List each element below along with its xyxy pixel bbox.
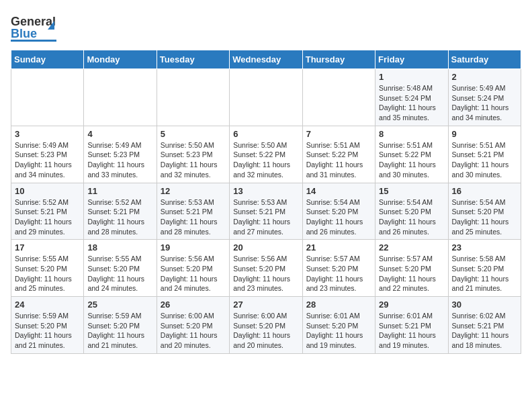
weekday-header-friday: Friday	[375, 50, 448, 69]
calendar-header: SundayMondayTuesdayWednesdayThursdayFrid…	[11, 50, 521, 69]
calendar-cell: 25Sunrise: 5:59 AM Sunset: 5:20 PM Dayli…	[84, 297, 157, 354]
day-info: Sunrise: 5:53 AM Sunset: 5:21 PM Dayligh…	[233, 197, 298, 237]
day-info: Sunrise: 5:57 AM Sunset: 5:20 PM Dayligh…	[379, 254, 444, 293]
weekday-header-tuesday: Tuesday	[157, 50, 229, 69]
calendar-cell: 30Sunrise: 6:02 AM Sunset: 5:21 PM Dayli…	[448, 297, 521, 354]
calendar-cell: 18Sunrise: 5:55 AM Sunset: 5:20 PM Dayli…	[84, 240, 157, 297]
day-number: 27	[233, 300, 298, 310]
calendar-cell: 28Sunrise: 6:01 AM Sunset: 5:20 PM Dayli…	[302, 297, 375, 354]
calendar-week-1: 1Sunrise: 5:48 AM Sunset: 5:24 PM Daylig…	[11, 69, 521, 126]
day-info: Sunrise: 5:52 AM Sunset: 5:21 PM Dayligh…	[15, 197, 80, 237]
calendar-cell	[84, 69, 157, 126]
calendar-cell	[230, 69, 302, 126]
day-number: 18	[87, 242, 152, 253]
day-number: 11	[87, 186, 152, 196]
calendar-cell: 6Sunrise: 5:50 AM Sunset: 5:22 PM Daylig…	[230, 126, 302, 183]
day-info: Sunrise: 5:56 AM Sunset: 5:20 PM Dayligh…	[161, 254, 226, 293]
day-number: 5	[161, 129, 226, 139]
calendar-cell: 3Sunrise: 5:49 AM Sunset: 5:23 PM Daylig…	[11, 126, 84, 183]
calendar-cell: 27Sunrise: 6:00 AM Sunset: 5:20 PM Dayli…	[230, 297, 302, 354]
day-info: Sunrise: 5:49 AM Sunset: 5:23 PM Dayligh…	[15, 140, 80, 180]
day-number: 15	[379, 186, 444, 196]
logo-svg: General Blue	[11, 11, 64, 44]
day-info: Sunrise: 6:01 AM Sunset: 5:21 PM Dayligh…	[379, 311, 444, 351]
day-number: 3	[15, 129, 80, 139]
day-number: 8	[379, 129, 444, 139]
svg-text:Blue: Blue	[11, 27, 37, 40]
day-info: Sunrise: 5:49 AM Sunset: 5:24 PM Dayligh…	[452, 83, 517, 123]
day-number: 17	[15, 242, 80, 253]
weekday-header-monday: Monday	[84, 50, 157, 69]
day-number: 7	[306, 129, 371, 139]
day-number: 26	[161, 300, 226, 310]
calendar-cell: 12Sunrise: 5:53 AM Sunset: 5:21 PM Dayli…	[157, 183, 229, 240]
calendar-cell: 23Sunrise: 5:58 AM Sunset: 5:20 PM Dayli…	[448, 240, 521, 297]
day-info: Sunrise: 6:02 AM Sunset: 5:21 PM Dayligh…	[452, 311, 517, 351]
logo: General Blue	[11, 11, 64, 44]
day-number: 14	[306, 186, 371, 196]
day-info: Sunrise: 5:56 AM Sunset: 5:20 PM Dayligh…	[233, 254, 298, 293]
day-info: Sunrise: 5:54 AM Sunset: 5:20 PM Dayligh…	[379, 197, 444, 237]
day-info: Sunrise: 5:58 AM Sunset: 5:20 PM Dayligh…	[452, 254, 517, 293]
calendar-cell: 16Sunrise: 5:54 AM Sunset: 5:20 PM Dayli…	[448, 183, 521, 240]
day-number: 21	[306, 242, 371, 253]
calendar-cell: 26Sunrise: 6:00 AM Sunset: 5:20 PM Dayli…	[157, 297, 229, 354]
day-number: 29	[379, 300, 444, 310]
calendar-cell: 29Sunrise: 6:01 AM Sunset: 5:21 PM Dayli…	[375, 297, 448, 354]
calendar-cell: 8Sunrise: 5:51 AM Sunset: 5:22 PM Daylig…	[375, 126, 448, 183]
day-number: 24	[15, 300, 80, 310]
calendar-cell: 22Sunrise: 5:57 AM Sunset: 5:20 PM Dayli…	[375, 240, 448, 297]
calendar-cell: 10Sunrise: 5:52 AM Sunset: 5:21 PM Dayli…	[11, 183, 84, 240]
svg-text:General: General	[11, 15, 56, 28]
calendar-cell: 1Sunrise: 5:48 AM Sunset: 5:24 PM Daylig…	[375, 69, 448, 126]
day-info: Sunrise: 5:50 AM Sunset: 5:23 PM Dayligh…	[161, 140, 226, 180]
calendar-week-3: 10Sunrise: 5:52 AM Sunset: 5:21 PM Dayli…	[11, 183, 521, 240]
day-number: 16	[452, 186, 517, 196]
calendar-cell: 21Sunrise: 5:57 AM Sunset: 5:20 PM Dayli…	[302, 240, 375, 297]
day-info: Sunrise: 5:59 AM Sunset: 5:20 PM Dayligh…	[87, 311, 152, 351]
calendar-cell: 13Sunrise: 5:53 AM Sunset: 5:21 PM Dayli…	[230, 183, 302, 240]
day-info: Sunrise: 5:51 AM Sunset: 5:21 PM Dayligh…	[452, 140, 517, 180]
calendar-week-4: 17Sunrise: 5:55 AM Sunset: 5:20 PM Dayli…	[11, 240, 521, 297]
day-info: Sunrise: 5:54 AM Sunset: 5:20 PM Dayligh…	[306, 197, 371, 237]
calendar-week-2: 3Sunrise: 5:49 AM Sunset: 5:23 PM Daylig…	[11, 126, 521, 183]
day-number: 20	[233, 242, 298, 253]
day-info: Sunrise: 5:51 AM Sunset: 5:22 PM Dayligh…	[306, 140, 371, 180]
calendar-cell: 2Sunrise: 5:49 AM Sunset: 5:24 PM Daylig…	[448, 69, 521, 126]
day-number: 6	[233, 129, 298, 139]
calendar-cell: 19Sunrise: 5:56 AM Sunset: 5:20 PM Dayli…	[157, 240, 229, 297]
calendar-table: SundayMondayTuesdayWednesdayThursdayFrid…	[11, 50, 521, 354]
day-number: 22	[379, 242, 444, 253]
day-info: Sunrise: 5:59 AM Sunset: 5:20 PM Dayligh…	[15, 311, 80, 351]
calendar-cell: 17Sunrise: 5:55 AM Sunset: 5:20 PM Dayli…	[11, 240, 84, 297]
calendar-cell: 20Sunrise: 5:56 AM Sunset: 5:20 PM Dayli…	[230, 240, 302, 297]
day-info: Sunrise: 5:49 AM Sunset: 5:23 PM Dayligh…	[87, 140, 152, 180]
day-number: 25	[87, 300, 152, 310]
day-info: Sunrise: 5:51 AM Sunset: 5:22 PM Dayligh…	[379, 140, 444, 180]
calendar-body: 1Sunrise: 5:48 AM Sunset: 5:24 PM Daylig…	[11, 69, 521, 354]
day-number: 10	[15, 186, 80, 196]
weekday-row: SundayMondayTuesdayWednesdayThursdayFrid…	[11, 50, 521, 69]
day-info: Sunrise: 6:01 AM Sunset: 5:20 PM Dayligh…	[306, 311, 371, 351]
calendar-cell: 4Sunrise: 5:49 AM Sunset: 5:23 PM Daylig…	[84, 126, 157, 183]
day-info: Sunrise: 5:54 AM Sunset: 5:20 PM Dayligh…	[452, 197, 517, 237]
day-info: Sunrise: 5:55 AM Sunset: 5:20 PM Dayligh…	[15, 254, 80, 293]
day-number: 1	[379, 72, 444, 82]
calendar-cell: 11Sunrise: 5:52 AM Sunset: 5:21 PM Dayli…	[84, 183, 157, 240]
day-number: 13	[233, 186, 298, 196]
day-info: Sunrise: 6:00 AM Sunset: 5:20 PM Dayligh…	[161, 311, 226, 351]
day-number: 4	[87, 129, 152, 139]
day-info: Sunrise: 5:53 AM Sunset: 5:21 PM Dayligh…	[161, 197, 226, 237]
page-header: General Blue	[11, 11, 521, 44]
day-number: 30	[452, 300, 517, 310]
calendar-cell: 5Sunrise: 5:50 AM Sunset: 5:23 PM Daylig…	[157, 126, 229, 183]
day-info: Sunrise: 5:48 AM Sunset: 5:24 PM Dayligh…	[379, 83, 444, 123]
weekday-header-wednesday: Wednesday	[230, 50, 302, 69]
day-number: 19	[161, 242, 226, 253]
day-info: Sunrise: 5:57 AM Sunset: 5:20 PM Dayligh…	[306, 254, 371, 293]
day-number: 9	[452, 129, 517, 139]
weekday-header-thursday: Thursday	[302, 50, 375, 69]
weekday-header-saturday: Saturday	[448, 50, 521, 69]
day-number: 12	[161, 186, 226, 196]
day-info: Sunrise: 5:50 AM Sunset: 5:22 PM Dayligh…	[233, 140, 298, 180]
